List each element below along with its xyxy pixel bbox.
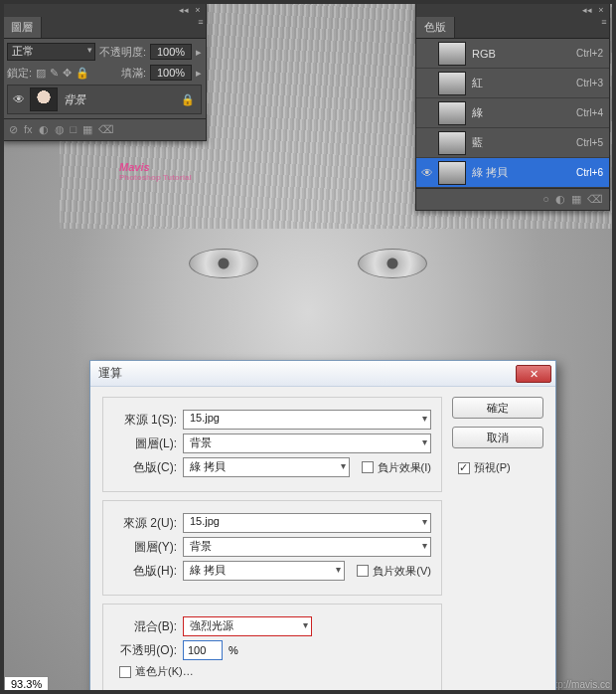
channel-name-label: RGB: [472, 48, 576, 60]
channel-row[interactable]: 紅Ctrl+3: [416, 69, 609, 98]
close-button[interactable]: ✕: [516, 365, 551, 383]
trash-icon[interactable]: ⌫: [98, 123, 114, 136]
dialog-title: 運算: [98, 365, 516, 382]
link-icon[interactable]: ⊘: [9, 123, 18, 136]
channel-row[interactable]: RGBCtrl+2: [416, 39, 609, 69]
calculations-dialog: 運算 ✕ 來源 1(S): 15.jpg 圖層(L): 背景 色版(C): 綠 …: [89, 360, 556, 694]
source2-layer-select[interactable]: 背景: [183, 537, 431, 557]
watermark-sub: Photoshop Tutorial: [119, 173, 192, 182]
channels-panel: ◂◂ × 色版 ≡ RGBCtrl+2紅Ctrl+3綠Ctrl+4藍Ctrl+5…: [415, 2, 610, 211]
channel-shortcut: Ctrl+6: [576, 167, 603, 178]
channel-thumbnail[interactable]: [438, 161, 466, 185]
trash-icon[interactable]: ⌫: [587, 193, 603, 206]
watermark-text: Mavis: [119, 161, 150, 173]
channel-name-label: 綠: [472, 105, 576, 120]
blend-group: 混合(B): 強烈光源 不透明(O): % 遮色片(K)…: [102, 604, 442, 694]
panel-collapse-bar[interactable]: ◂◂ ×: [3, 3, 206, 17]
panel-menu-icon[interactable]: ≡: [196, 17, 206, 27]
cancel-button[interactable]: 取消: [452, 427, 543, 448]
lock-transparency-icon[interactable]: ▨: [36, 67, 46, 80]
panel-collapse-bar[interactable]: ◂◂ ×: [416, 3, 609, 17]
source1-layer-label: 圖層(L):: [113, 435, 177, 452]
layer-name-label[interactable]: 背景: [64, 92, 181, 107]
source1-label: 來源 1(S):: [113, 412, 177, 429]
channel-row[interactable]: 藍Ctrl+5: [416, 128, 609, 158]
channel-thumbnail[interactable]: [438, 101, 466, 125]
close-icon[interactable]: ×: [596, 5, 606, 15]
layer-thumbnail[interactable]: [30, 87, 58, 111]
group-icon[interactable]: □: [71, 123, 77, 136]
blend-label: 混合(B):: [113, 618, 177, 635]
panel-menu-icon[interactable]: ≡: [599, 17, 609, 27]
channel-shortcut: Ctrl+4: [576, 107, 603, 118]
ok-button[interactable]: 確定: [452, 397, 543, 419]
tab-layers[interactable]: 圖層: [3, 17, 42, 38]
chevron-down-icon[interactable]: ▸: [196, 67, 202, 80]
fx-icon[interactable]: fx: [24, 123, 33, 136]
new-channel-icon[interactable]: ▦: [571, 193, 581, 206]
opacity-value[interactable]: 100%: [150, 44, 192, 60]
layers-panel: ◂◂ × 圖層 ≡ 正常 不透明度: 100% ▸ 鎖定: ▨ ✎ ✥ 🔒 填滿…: [2, 2, 207, 141]
collapse-icon[interactable]: ◂◂: [582, 5, 592, 15]
chevron-down-icon[interactable]: ▸: [196, 46, 202, 59]
blend-opacity-input[interactable]: [183, 640, 223, 660]
opacity-label: 不透明度:: [99, 45, 146, 60]
channel-thumbnail[interactable]: [438, 42, 466, 66]
source1-group: 來源 1(S): 15.jpg 圖層(L): 背景 色版(C): 綠 拷貝 負片…: [102, 397, 442, 492]
source2-channel-label: 色版(H):: [113, 563, 177, 580]
zoom-level[interactable]: 93.3%: [4, 676, 49, 692]
mask-icon[interactable]: ◐: [39, 123, 49, 136]
lock-icon: 🔒: [181, 93, 195, 106]
channel-thumbnail[interactable]: [438, 131, 466, 155]
save-selection-icon[interactable]: ◐: [555, 193, 565, 206]
channels-panel-footer: ○ ◐ ▦ ⌫: [416, 188, 609, 210]
channel-shortcut: Ctrl+3: [576, 78, 603, 88]
layers-panel-footer: ⊘ fx ◐ ◍ □ ▦ ⌫: [3, 118, 206, 140]
source1-channel-label: 色版(C):: [113, 459, 177, 476]
channel-name-label: 紅: [472, 76, 576, 90]
visibility-icon[interactable]: 👁: [8, 92, 30, 106]
source2-channel-select[interactable]: 綠 拷貝: [183, 561, 345, 581]
source2-group: 來源 2(U): 15.jpg 圖層(Y): 背景 色版(H): 綠 拷貝 負片…: [102, 500, 442, 596]
blend-mode-select[interactable]: 正常: [7, 43, 95, 61]
lock-label: 鎖定:: [7, 66, 32, 81]
channel-row[interactable]: 綠Ctrl+4: [416, 98, 609, 128]
source1-channel-select[interactable]: 綠 拷貝: [183, 457, 350, 477]
lock-move-icon[interactable]: ✥: [63, 67, 72, 80]
source1-file-select[interactable]: 15.jpg: [183, 410, 431, 430]
layer-row[interactable]: 👁 背景 🔒: [7, 85, 202, 114]
tab-channels[interactable]: 色版: [416, 17, 455, 38]
channel-shortcut: Ctrl+5: [576, 137, 603, 148]
channel-name-label: 藍: [472, 135, 576, 150]
preview-checkbox[interactable]: 預視(P): [458, 460, 543, 475]
fill-label: 填滿:: [121, 66, 146, 81]
channel-row[interactable]: 👁綠 拷貝Ctrl+6: [416, 158, 609, 188]
new-layer-icon[interactable]: ▦: [82, 123, 92, 136]
canvas-art-face: [149, 219, 467, 378]
source2-label: 來源 2(U):: [113, 515, 177, 532]
mask-checkbox[interactable]: 遮色片(K)…: [119, 664, 194, 679]
source1-invert-checkbox[interactable]: 負片效果(I): [362, 460, 431, 475]
lock-all-icon[interactable]: 🔒: [76, 67, 89, 80]
lock-paint-icon[interactable]: ✎: [50, 67, 59, 80]
blend-opacity-label: 不透明(O):: [113, 642, 177, 659]
percent-unit: %: [229, 644, 238, 656]
fill-value[interactable]: 100%: [150, 65, 192, 81]
watermark: Mavis Photoshop Tutorial: [119, 149, 192, 182]
source2-invert-checkbox[interactable]: 負片效果(V): [357, 564, 431, 579]
channel-shortcut: Ctrl+2: [576, 48, 603, 59]
channel-thumbnail[interactable]: [438, 72, 466, 95]
close-icon[interactable]: ×: [193, 5, 203, 15]
dialog-titlebar[interactable]: 運算 ✕: [90, 361, 555, 387]
collapse-icon[interactable]: ◂◂: [179, 5, 189, 15]
source2-file-select[interactable]: 15.jpg: [183, 513, 431, 533]
blend-mode-select[interactable]: 強烈光源: [183, 616, 312, 636]
visibility-icon[interactable]: 👁: [416, 166, 438, 180]
adjustment-icon[interactable]: ◍: [55, 123, 65, 136]
source2-layer-label: 圖層(Y):: [113, 539, 177, 556]
load-selection-icon[interactable]: ○: [542, 193, 549, 206]
channel-name-label: 綠 拷貝: [472, 165, 576, 180]
source1-layer-select[interactable]: 背景: [183, 434, 431, 453]
